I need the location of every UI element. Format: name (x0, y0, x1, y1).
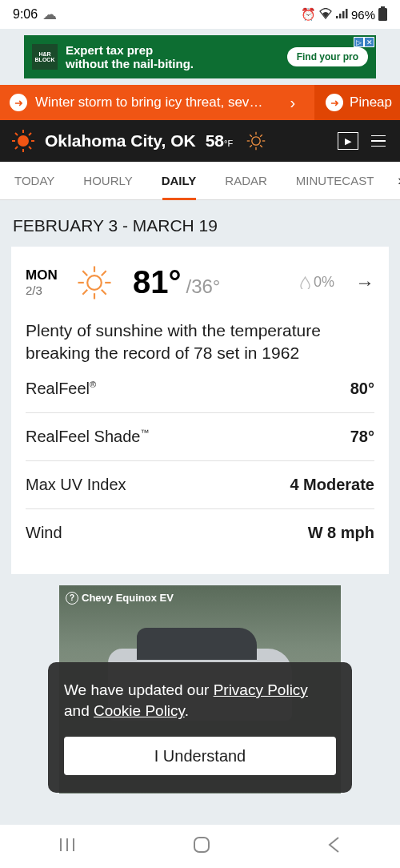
back-button[interactable] (326, 835, 342, 858)
day-of-week: MON (26, 267, 64, 283)
info-icon: ? (66, 592, 78, 605)
svg-point-24 (87, 275, 102, 290)
ticker-item-main[interactable]: ➜ Winter storm to bring icy threat, seve… (0, 94, 314, 112)
svg-rect-2 (342, 11, 345, 18)
svg-line-30 (102, 289, 106, 294)
alarm-icon: ⏰ (301, 7, 316, 22)
svg-line-13 (15, 147, 18, 149)
condition-sunny-icon (246, 131, 266, 151)
svg-line-22 (250, 145, 252, 147)
detail-realfeel: RealFeel® 80° (26, 365, 374, 413)
wifi-icon (319, 8, 332, 22)
svg-point-6 (18, 135, 29, 147)
consent-accept-button[interactable]: I Understand (64, 737, 336, 775)
svg-line-21 (260, 145, 262, 147)
signal-icon (335, 8, 348, 22)
ad-banner-top[interactable]: ▷✕ H&R BLOCK Expert tax prep without the… (24, 35, 376, 78)
location-name[interactable]: Oklahoma City, OK (45, 131, 196, 151)
news-ticker: ➜ Winter storm to bring icy threat, seve… (0, 85, 400, 120)
svg-rect-0 (336, 16, 338, 18)
ad-cta-button[interactable]: Find your pro (287, 47, 368, 66)
cloud-icon: ☁ (42, 6, 57, 23)
android-nav-bar (0, 825, 400, 868)
day-date: 2/3 (26, 283, 64, 297)
privacy-policy-link[interactable]: Privacy Policy (214, 681, 308, 698)
hamburger-menu-button[interactable] (368, 132, 389, 151)
video-button[interactable]: ▶ (338, 132, 358, 150)
ticker-arrow-icon: ➜ (10, 94, 27, 111)
tab-bar: TODAY HOURLY DAILY RADAR MINUTECAST › (0, 162, 400, 200)
tabs-scroll-right[interactable]: › (388, 172, 400, 189)
svg-line-20 (250, 135, 252, 137)
high-temp: 81° (133, 264, 182, 300)
current-temp: 58°F (206, 131, 233, 151)
svg-line-32 (102, 271, 106, 275)
ad-controls[interactable]: ▷✕ (354, 37, 374, 47)
battery-percent: 96% (351, 8, 375, 22)
low-temp: /36° (186, 275, 221, 298)
ad-video-label: ? Chevy Equinox EV (66, 592, 174, 605)
app-logo-icon[interactable] (11, 129, 35, 153)
ticker-item-next[interactable]: ➜ Pineap (314, 85, 400, 120)
clock: 9:06 (13, 7, 38, 22)
svg-rect-5 (378, 8, 387, 21)
forecast-description: Plenty of sunshine with the temperature … (26, 319, 374, 365)
precipitation: 0% (300, 274, 334, 291)
svg-point-15 (252, 137, 260, 145)
tab-today[interactable]: TODAY (0, 162, 69, 199)
chevron-right-icon: › (280, 94, 305, 112)
tab-daily[interactable]: DAILY (147, 162, 211, 199)
detail-wind: Wind W 8 mph (26, 509, 374, 557)
ticker-arrow-icon: ➜ (326, 94, 343, 111)
svg-rect-1 (339, 14, 342, 18)
forecast-sunny-icon (77, 265, 112, 300)
svg-rect-3 (346, 9, 348, 18)
detail-uv-index: Max UV Index 4 Moderate (26, 461, 374, 509)
cookie-policy-link[interactable]: Cookie Policy (94, 702, 185, 719)
svg-line-29 (82, 271, 87, 275)
tab-minutecast[interactable]: MINUTECAST (282, 162, 389, 199)
date-range-label: FEBRUARY 3 - MARCH 19 (0, 200, 400, 247)
svg-rect-36 (194, 838, 209, 852)
location-bar: Oklahoma City, OK 58°F ▶ (0, 120, 400, 162)
svg-line-12 (29, 147, 31, 149)
recents-button[interactable] (58, 837, 77, 856)
svg-line-14 (29, 133, 31, 135)
ad-text: Expert tax prep without the nail-biting. (66, 43, 287, 71)
expand-arrow-icon[interactable]: → (355, 271, 374, 294)
forecast-card[interactable]: MON 2/3 81° /36° 0% → Plenty of sunshine… (11, 247, 389, 574)
tab-hourly[interactable]: HOURLY (69, 162, 146, 199)
home-button[interactable] (192, 835, 211, 858)
consent-popup: We have updated our Privacy Policy and C… (48, 662, 352, 793)
tab-radar[interactable]: RADAR (210, 162, 282, 199)
battery-icon (378, 6, 387, 23)
svg-line-11 (15, 133, 18, 135)
svg-line-31 (82, 289, 87, 294)
android-status-bar: 9:06 ☁ ⏰ 96% (0, 0, 400, 29)
svg-line-23 (260, 135, 262, 137)
detail-realfeel-shade: RealFeel Shade™ 78° (26, 413, 374, 461)
ad-logo: H&R BLOCK (32, 44, 58, 70)
consent-text: We have updated our Privacy Policy and C… (64, 680, 336, 722)
svg-rect-4 (381, 6, 385, 8)
